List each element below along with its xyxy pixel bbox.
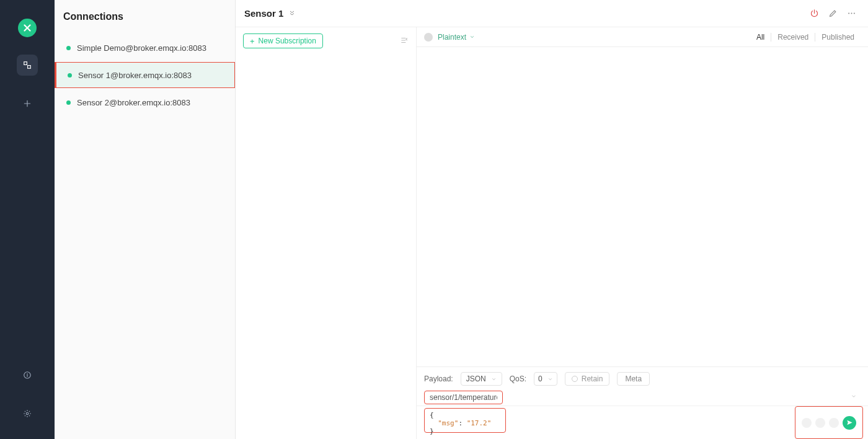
- main-column: Sensor 1 + New Subscription: [236, 0, 868, 439]
- power-icon: [810, 9, 819, 18]
- collapse-subscriptions[interactable]: [400, 36, 409, 47]
- publisher-controls: Payload: JSON QoS: 0 Retain: [417, 367, 868, 391]
- status-dot-online: [68, 73, 72, 78]
- gear-icon: [23, 409, 32, 418]
- connections-sidebar: Connections Simple Demo@broker.emqx.io:8…: [55, 0, 236, 439]
- nav-new[interactable]: [17, 93, 38, 114]
- svg-point-5: [851, 13, 852, 14]
- svg-rect-0: [24, 62, 27, 65]
- chevron-down-icon: [547, 376, 553, 382]
- status-dot-online: [66, 100, 71, 105]
- svg-point-4: [848, 13, 849, 14]
- connection-label: Sensor 1@broker.emqx.io:8083: [78, 71, 192, 80]
- messages-area: [417, 47, 868, 366]
- qos-dropdown[interactable]: 0: [534, 372, 557, 386]
- tab-all[interactable]: All: [750, 33, 771, 42]
- connection-title: Sensor 1: [244, 8, 283, 19]
- nav-connections[interactable]: [17, 55, 38, 76]
- expand-toggle[interactable]: [288, 9, 296, 18]
- more-horizontal-icon: [847, 9, 856, 18]
- status-dot-online: [66, 46, 71, 50]
- format-badge: [424, 33, 433, 42]
- tab-published[interactable]: Published: [815, 33, 861, 42]
- meta-button[interactable]: Meta: [617, 372, 650, 386]
- format-dropdown[interactable]: Plaintext: [438, 33, 475, 42]
- retain-checkbox[interactable]: Retain: [565, 372, 610, 386]
- nav-help[interactable]: [17, 365, 38, 386]
- svg-point-3: [26, 412, 29, 415]
- connection-label: Simple Demo@broker.emqx.io:8083: [77, 43, 206, 53]
- checkbox-box: [572, 376, 578, 382]
- chevron-down-icon: [491, 376, 497, 382]
- messages-panel: Plaintext All Received Published Payload…: [417, 27, 868, 439]
- connection-label: Sensor 2@broker.emqx.io:8083: [77, 98, 190, 107]
- publisher: Payload: JSON QoS: 0 Retain: [417, 366, 868, 439]
- app-root: Connections Simple Demo@broker.emqx.io:8…: [0, 0, 868, 439]
- connection-item[interactable]: Sensor 1@broker.emqx.io:8083: [55, 62, 235, 88]
- action-placeholder: [829, 418, 839, 428]
- message-tabs: All Received Published: [750, 33, 861, 42]
- nav-settings[interactable]: [17, 403, 38, 424]
- send-area: [795, 406, 863, 439]
- brand-logo: [18, 19, 37, 37]
- qos-value: 0: [538, 375, 542, 383]
- plus-icon: +: [250, 37, 255, 45]
- info-icon: [23, 371, 32, 379]
- disconnect-button[interactable]: [806, 6, 822, 22]
- retain-label: Retain: [582, 375, 603, 383]
- svg-rect-1: [28, 66, 31, 69]
- format-value: Plaintext: [438, 33, 466, 42]
- action-placeholder: [815, 418, 825, 428]
- topbar: Sensor 1: [236, 0, 868, 27]
- tab-received[interactable]: Received: [771, 33, 815, 42]
- brand-icon: [22, 22, 33, 33]
- payload-format-value: JSON: [466, 375, 486, 383]
- connection-item[interactable]: Sensor 2@broker.emqx.io:8083: [55, 89, 235, 115]
- topic-history-dropdown[interactable]: [851, 393, 857, 401]
- send-icon: [846, 419, 853, 426]
- svg-point-6: [853, 13, 854, 14]
- sidebar-title: Connections: [55, 9, 235, 33]
- plus-icon: [23, 99, 32, 108]
- payload-editor[interactable]: { "msg": "17.2" }: [424, 408, 506, 433]
- payload-editor-wrap: { "msg": "17.2" }: [417, 406, 868, 439]
- pencil-icon: [828, 9, 838, 18]
- payload-label: Payload:: [424, 375, 453, 383]
- chevron-double-down-icon: [288, 9, 296, 17]
- nav-rail: [0, 0, 55, 439]
- edit-button[interactable]: [825, 6, 841, 22]
- connection-item[interactable]: Simple Demo@broker.emqx.io:8083: [55, 35, 235, 61]
- chevron-down-icon: [469, 34, 475, 40]
- qos-label: QoS:: [510, 375, 526, 383]
- subscriptions-column: + New Subscription: [236, 27, 417, 439]
- new-subscription-label: New Subscription: [259, 37, 316, 45]
- workspace: + New Subscription Plaintext: [236, 27, 868, 439]
- chevron-down-icon: [851, 393, 857, 399]
- more-button[interactable]: [843, 6, 859, 22]
- connections-icon: [23, 61, 32, 69]
- payload-format-dropdown[interactable]: JSON: [461, 372, 502, 386]
- topic-input[interactable]: [424, 391, 503, 404]
- action-placeholder: [802, 418, 812, 428]
- new-subscription-button[interactable]: + New Subscription: [243, 33, 323, 48]
- list-collapse-icon: [400, 36, 409, 45]
- messages-toolbar: Plaintext All Received Published: [417, 27, 868, 47]
- send-button[interactable]: [843, 416, 856, 430]
